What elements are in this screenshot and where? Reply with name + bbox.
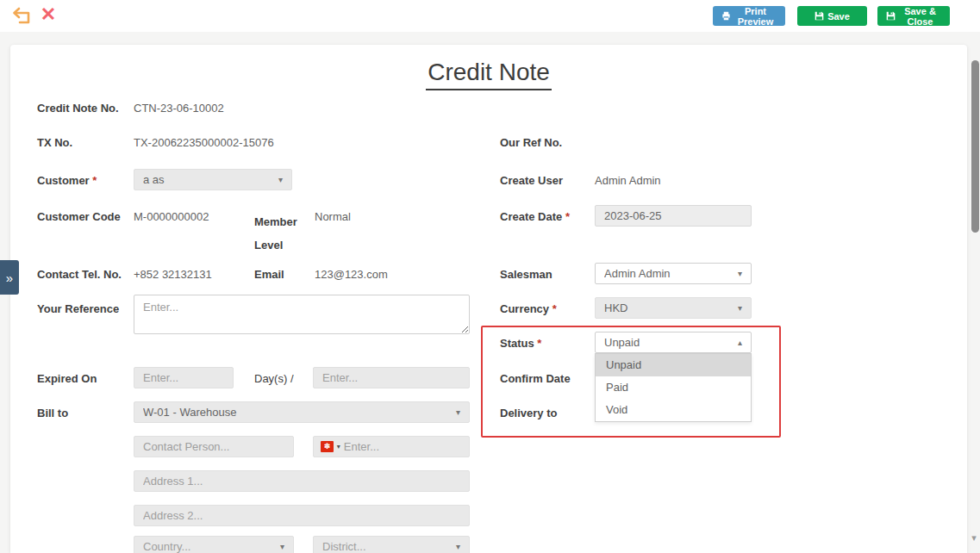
salesman-select-value: Admin Admin — [604, 267, 738, 280]
expired-on-date-input[interactable] — [313, 367, 470, 388]
chevron-up-icon: ▴ — [738, 338, 742, 347]
customer-select-value: a as — [143, 173, 278, 186]
create-date-label: Create Date * — [500, 210, 570, 223]
status-dropdown-menu: Unpaid Paid Void — [595, 353, 752, 422]
customer-code-label: Customer Code — [37, 210, 121, 223]
save-icon — [886, 11, 896, 21]
chevron-down-icon: ▾ — [456, 542, 460, 551]
contact-person-input[interactable] — [134, 436, 294, 457]
credit-note-no-label: Credit Note No. — [37, 102, 119, 115]
save-icon — [815, 11, 824, 21]
print-preview-button[interactable]: Print Preview — [713, 6, 785, 26]
district-select[interactable]: District... ▾ — [313, 536, 470, 553]
salesman-label: Salesman — [500, 268, 552, 281]
create-user-label: Create User — [500, 174, 563, 187]
contact-tel-label: Contact Tel. No. — [37, 268, 122, 281]
tx-no-label: TX No. — [37, 136, 72, 149]
expired-on-label: Expired On — [37, 372, 97, 385]
save-and-close-button[interactable]: Save & Close — [877, 6, 950, 26]
chevron-down-icon: ▾ — [738, 303, 742, 313]
customer-select[interactable]: a as ▾ — [134, 169, 292, 190]
delivery-to-label: Delivery to — [500, 407, 557, 419]
salesman-select[interactable]: Admin Admin ▾ — [595, 263, 752, 284]
status-option-unpaid[interactable]: Unpaid — [596, 354, 751, 376]
chevron-down-icon: ▾ — [456, 407, 460, 417]
bill-to-select[interactable]: W-01 - Warehouse ▾ — [134, 401, 470, 423]
double-chevron-right-icon: » — [6, 270, 13, 285]
expired-on-separator: Day(s) / — [254, 372, 294, 385]
your-reference-textarea[interactable] — [134, 295, 470, 334]
create-user-value: Admin Admin — [595, 174, 661, 187]
currency-select-value: HKD — [604, 301, 738, 314]
email-value: 123@123.com — [315, 268, 388, 281]
credit-note-page: ✕ Print Preview Save Save & Close Credit… — [0, 0, 980, 553]
printer-icon — [721, 11, 731, 21]
page-title: Credit Note — [426, 59, 552, 90]
phone-number-input[interactable] — [344, 440, 462, 453]
credit-note-form-card: Credit Note Credit Note No. CTN-23-06-10… — [10, 45, 967, 553]
save-close-label: Save & Close — [899, 6, 941, 27]
vertical-scrollbar-thumb[interactable] — [971, 60, 979, 233]
customer-label: Customer * — [37, 174, 97, 187]
save-button[interactable]: Save — [797, 6, 867, 26]
page-title-wrap: Credit Note — [10, 59, 967, 90]
email-label: Email — [254, 268, 284, 281]
contact-tel-value: +852 32132131 — [134, 268, 212, 281]
status-label: Status * — [500, 337, 541, 350]
back-icon[interactable] — [11, 6, 34, 27]
print-preview-label: Print Preview — [734, 6, 777, 27]
address1-input[interactable] — [134, 470, 470, 492]
chevron-down-icon: ▾ — [280, 542, 284, 551]
bill-to-select-value: W-01 - Warehouse — [143, 406, 456, 419]
status-option-paid[interactable]: Paid — [596, 376, 751, 399]
chevron-down-icon: ▾ — [278, 175, 283, 184]
phone-input-group: ✽ ▾ — [313, 436, 470, 457]
your-reference-label: Your Reference — [37, 302, 119, 315]
district-select-placeholder: District... — [322, 540, 456, 553]
bill-to-label: Bill to — [37, 407, 68, 419]
scrollbar-down-arrow[interactable]: ▾ — [968, 532, 980, 546]
confirm-date-label: Confirm Date — [500, 372, 571, 385]
status-select-value: Unpaid — [604, 336, 738, 349]
status-select[interactable]: Unpaid ▴ — [595, 332, 752, 353]
member-level-value: Normal — [315, 210, 351, 223]
tx-no-value: TX-20062235000002-15076 — [134, 136, 274, 149]
credit-note-no-value: CTN-23-06-10002 — [134, 102, 224, 115]
expand-panel-button[interactable]: » — [0, 260, 19, 295]
save-label: Save — [827, 11, 850, 22]
address2-input[interactable] — [134, 505, 470, 526]
country-select-placeholder: Country... — [143, 540, 280, 553]
member-level-label: Member Level — [254, 210, 308, 257]
country-select[interactable]: Country... ▾ — [134, 536, 294, 553]
flag-chevron-down-icon[interactable]: ▾ — [337, 443, 340, 450]
create-date-input[interactable] — [595, 205, 752, 227]
chevron-down-icon: ▾ — [738, 269, 742, 278]
currency-select[interactable]: HKD ▾ — [595, 297, 752, 319]
hong-kong-flag-icon[interactable]: ✽ — [321, 441, 334, 452]
close-icon[interactable]: ✕ — [39, 3, 58, 27]
expired-on-days-input[interactable] — [134, 367, 234, 388]
currency-label: Currency * — [500, 302, 557, 315]
status-option-void[interactable]: Void — [596, 399, 751, 421]
our-ref-no-label: Our Ref No. — [500, 136, 562, 149]
top-toolbar: ✕ Print Preview Save Save & Close — [0, 0, 980, 32]
customer-code-value: M-0000000002 — [134, 210, 209, 223]
